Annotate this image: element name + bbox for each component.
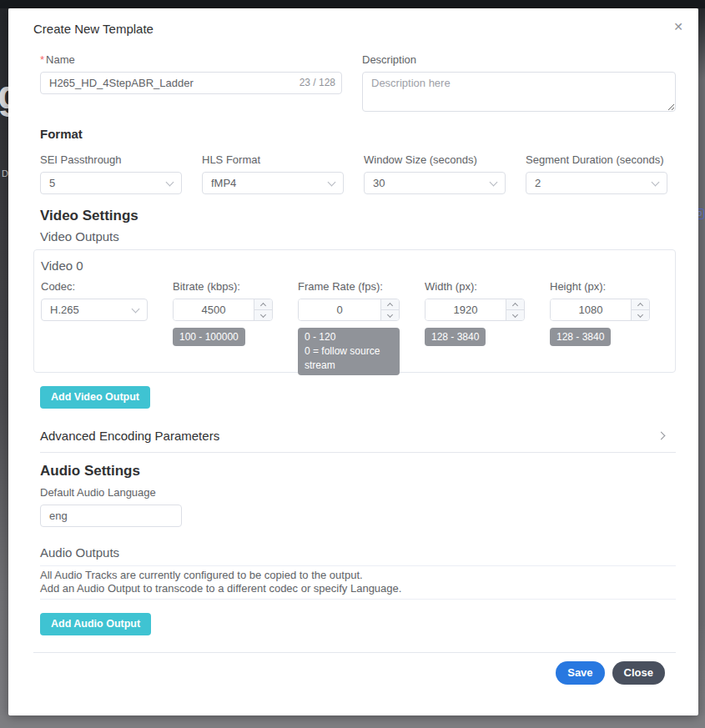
backdrop-top-strip	[0, 0, 705, 8]
width-input-wrap	[425, 299, 525, 321]
spin-down-button[interactable]	[632, 309, 649, 320]
video-output-fields: Codec: H.265 Bitrate (kbps):	[41, 280, 663, 375]
codec-label: Codec:	[41, 280, 148, 294]
width-group: Width (px): 128 - 3840	[425, 280, 525, 375]
frame-rate-hint-line-2: 0 = follow source stream	[305, 344, 393, 373]
segment-duration-group: Segment Duration (seconds) 2	[526, 153, 667, 194]
chevron-down-icon	[132, 305, 140, 314]
chevron-down-icon	[387, 311, 393, 317]
segment-duration-label: Segment Duration (seconds)	[526, 153, 667, 167]
frame-rate-input-wrap	[298, 299, 400, 321]
modal-header: Create New Template ✕	[8, 8, 698, 37]
bitrate-range-hint: 100 - 100000	[173, 328, 245, 346]
video-outputs-heading: Video Outputs	[40, 229, 676, 244]
bitrate-label: Bitrate (kbps):	[173, 280, 273, 294]
name-field-group: *Name 23 / 128	[40, 53, 342, 115]
hls-format-group: HLS Format fMP4	[202, 153, 344, 194]
sei-passthrough-group: SEI Passthrough 5	[40, 153, 182, 194]
name-input-wrap: 23 / 128	[40, 72, 342, 94]
audio-settings-heading: Audio Settings	[40, 463, 676, 481]
height-range-hint: 128 - 3840	[550, 328, 611, 346]
spin-up-button[interactable]	[506, 299, 524, 309]
add-audio-output-button[interactable]: Add Audio Output	[40, 613, 151, 635]
codec-value: H.265	[50, 304, 79, 316]
backdrop-bottom-strip	[0, 715, 705, 728]
height-input-wrap	[550, 299, 650, 321]
bitrate-input[interactable]	[174, 299, 254, 320]
add-video-output-button[interactable]: Add Video Output	[40, 386, 150, 409]
default-audio-language-input[interactable]	[40, 505, 182, 527]
chevron-down-icon	[652, 178, 660, 187]
name-char-counter: 23 / 128	[300, 72, 335, 94]
window-size-group: Window Size (seconds) 30	[364, 153, 506, 194]
frame-rate-spinner	[380, 299, 399, 320]
chevron-down-icon	[328, 178, 336, 187]
chevron-down-icon	[512, 311, 518, 317]
name-input[interactable]	[40, 72, 342, 94]
video-settings-heading: Video Settings	[40, 208, 676, 226]
page-title: Create New Template	[33, 22, 154, 36]
audio-info-block: All Audio Tracks are currently configure…	[40, 565, 676, 600]
segment-duration-select[interactable]: 2	[526, 172, 667, 194]
format-heading: Format	[40, 127, 676, 142]
codec-group: Codec: H.265	[41, 280, 148, 375]
name-description-row: *Name 23 / 128 Description	[40, 53, 676, 115]
spin-down-button[interactable]	[506, 309, 524, 320]
height-input[interactable]	[551, 299, 631, 320]
close-button[interactable]: Close	[612, 661, 665, 685]
backdrop-left-strip: g D	[0, 8, 8, 728]
sei-passthrough-select[interactable]: 5	[40, 172, 182, 194]
hls-format-value: fMP4	[211, 177, 236, 189]
spin-up-button[interactable]	[632, 299, 649, 309]
advanced-encoding-collapse[interactable]: Advanced Encoding Parameters	[40, 429, 676, 453]
description-textarea[interactable]	[362, 72, 676, 112]
bitrate-input-wrap	[173, 299, 273, 321]
window-size-value: 30	[373, 177, 385, 189]
frame-rate-label: Frame Rate (fps):	[298, 280, 400, 294]
window-size-select[interactable]: 30	[364, 172, 506, 194]
spin-up-button[interactable]	[254, 299, 272, 309]
chevron-right-icon	[657, 432, 666, 440]
video-output-card: Video 0 Codec: H.265 Bitrate (kbps):	[33, 249, 676, 373]
name-label-text: Name	[46, 53, 75, 66]
chevron-down-icon	[490, 178, 498, 187]
chevron-up-icon	[387, 303, 393, 309]
height-group: Height (px): 128 - 3840	[550, 280, 650, 375]
sei-passthrough-label: SEI Passthrough	[40, 153, 182, 167]
frame-rate-group: Frame Rate (fps): 0 - 120 0 = follow sou…	[298, 280, 400, 375]
chevron-down-icon	[637, 311, 643, 317]
name-label: *Name	[40, 53, 342, 67]
hls-format-label: HLS Format	[202, 153, 344, 167]
chevron-down-icon	[260, 311, 266, 317]
chevron-up-icon	[260, 303, 266, 309]
backdrop-right-strip	[698, 8, 705, 728]
modal-body: *Name 23 / 128 Description Format SEI Pa…	[8, 37, 698, 685]
audio-info-line-2: Add an Audio Output to transcode to a di…	[40, 582, 676, 595]
spin-up-button[interactable]	[381, 299, 399, 309]
frame-rate-hint-line-1: 0 - 120	[305, 330, 393, 344]
bitrate-spinner	[254, 299, 272, 320]
video-output-title: Video 0	[41, 259, 663, 274]
bitrate-group: Bitrate (kbps): 100 - 100000	[173, 280, 273, 375]
hls-format-select[interactable]: fMP4	[202, 172, 344, 194]
sei-passthrough-value: 5	[49, 177, 55, 189]
modal-footer: Save Close	[40, 653, 676, 685]
description-field-group: Description	[362, 53, 676, 115]
chevron-up-icon	[512, 303, 518, 309]
frame-rate-input[interactable]	[299, 299, 380, 320]
audio-outputs-heading: Audio Outputs	[40, 545, 676, 560]
close-icon[interactable]: ✕	[670, 17, 687, 37]
segment-duration-value: 2	[535, 177, 541, 189]
chevron-down-icon	[166, 178, 174, 187]
background-text-fragment: D	[2, 168, 8, 178]
height-label: Height (px):	[550, 280, 650, 294]
default-audio-language-label: Default Audio Language	[40, 486, 676, 500]
width-spinner	[506, 299, 524, 320]
frame-rate-range-hint: 0 - 120 0 = follow source stream	[298, 328, 400, 375]
spin-down-button[interactable]	[381, 309, 399, 320]
spin-down-button[interactable]	[254, 309, 272, 320]
codec-select[interactable]: H.265	[41, 299, 148, 321]
width-input[interactable]	[426, 299, 506, 320]
save-button[interactable]: Save	[556, 661, 604, 685]
width-label: Width (px):	[425, 280, 525, 294]
